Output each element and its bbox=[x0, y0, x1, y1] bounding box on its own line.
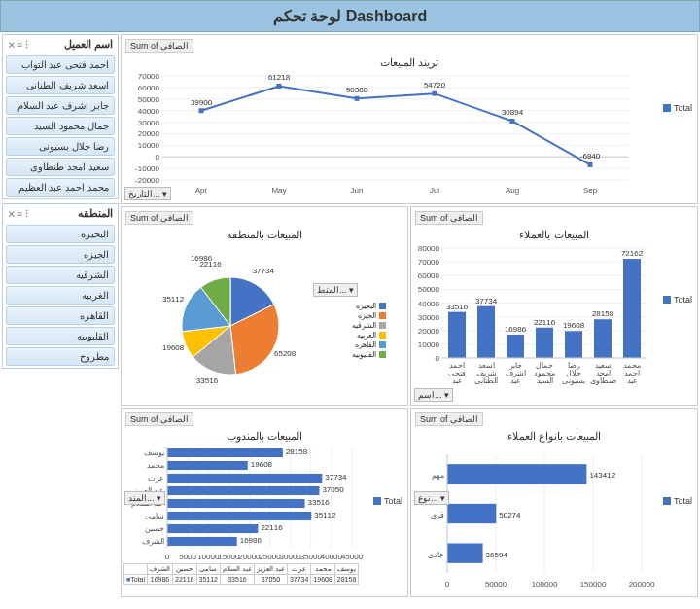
svg-text:عادى: عادى bbox=[428, 551, 444, 559]
slicer-customer-header: اسم العميل bbox=[64, 38, 113, 51]
slicer-region-item[interactable]: الغربيه bbox=[6, 286, 115, 304]
legend-total: Total bbox=[674, 496, 692, 506]
svg-rect-64 bbox=[448, 312, 466, 358]
sum-tag: Sum of الصافى bbox=[125, 39, 193, 53]
legend-total: Total bbox=[384, 496, 402, 506]
slicer-region-header: المنطقه bbox=[78, 207, 113, 220]
svg-text:50000: 50000 bbox=[418, 285, 440, 294]
svg-text:37734: 37734 bbox=[253, 267, 275, 275]
chart-title-type: المبيعات بانواع العملاء bbox=[413, 430, 695, 443]
svg-text:25000: 25000 bbox=[259, 553, 281, 561]
svg-text:45000: 45000 bbox=[341, 553, 364, 561]
svg-text:28158: 28158 bbox=[286, 448, 308, 456]
svg-rect-158 bbox=[447, 504, 496, 523]
slicer-region-item[interactable]: القليوبيه bbox=[6, 327, 115, 345]
svg-text:50000: 50000 bbox=[485, 580, 508, 589]
chart-title-region: المبيعات بالمنطقه bbox=[123, 229, 405, 241]
svg-text:50000: 50000 bbox=[138, 95, 160, 104]
multiselect-icon[interactable]: ⋮≡ bbox=[18, 209, 31, 219]
svg-text:35112: 35112 bbox=[162, 295, 185, 304]
page-title: لوحة تحكم Dashboard bbox=[0, 0, 700, 32]
svg-text:37734: 37734 bbox=[325, 473, 347, 482]
clear-filter-icon[interactable]: ⤫ bbox=[8, 40, 16, 50]
svg-text:33516: 33516 bbox=[446, 303, 469, 311]
svg-text:70000: 70000 bbox=[138, 72, 160, 81]
multiselect-icon[interactable]: ⋮≡ bbox=[18, 40, 31, 50]
svg-text:عبد: عبد bbox=[627, 376, 638, 385]
slicer-region-item[interactable]: البحيره bbox=[6, 225, 115, 243]
svg-text:30000: 30000 bbox=[418, 313, 440, 322]
svg-text:60000: 60000 bbox=[418, 271, 440, 280]
panel-type: Sum of الصافى المبيعات بانواع العملاء 05… bbox=[410, 408, 698, 597]
svg-text:100000: 100000 bbox=[532, 580, 558, 589]
slicer-customer-item[interactable]: اسعد شريف الطنانى bbox=[6, 76, 115, 94]
svg-rect-155 bbox=[447, 464, 586, 484]
svg-text:0: 0 bbox=[165, 553, 170, 561]
svg-text:16986: 16986 bbox=[240, 536, 262, 545]
svg-text:40000: 40000 bbox=[321, 553, 343, 561]
legend-swatch bbox=[663, 104, 671, 112]
svg-text:-20000: -20000 bbox=[135, 176, 159, 185]
svg-text:بسيونى: بسيونى bbox=[562, 376, 585, 385]
svg-text:محمد: محمد bbox=[147, 461, 164, 470]
sum-tag: Sum of الصافى bbox=[415, 211, 483, 225]
svg-text:37734: 37734 bbox=[475, 297, 498, 305]
svg-text:200000: 200000 bbox=[629, 580, 655, 589]
panel-customer: Sum of الصافى المبيعات بالعملاء 01000020… bbox=[410, 206, 698, 406]
svg-text:50388: 50388 bbox=[346, 86, 368, 94]
svg-text:مهم: مهم bbox=[432, 471, 444, 480]
chart-title-rep: المبيعات بالمندوب bbox=[123, 430, 405, 443]
svg-text:19608: 19608 bbox=[162, 343, 185, 352]
type-dropdown[interactable]: نوع... ▾ bbox=[414, 491, 449, 505]
svg-rect-89 bbox=[594, 319, 612, 358]
slicer-region-item[interactable]: الشرقيه bbox=[6, 266, 115, 284]
svg-text:يوسف: يوسف bbox=[144, 448, 164, 457]
panel-rep: Sum of الصافى المبيعات بالمندوب 05000100… bbox=[121, 408, 408, 597]
clear-filter-icon[interactable]: ⤫ bbox=[8, 209, 16, 219]
svg-text:عبد: عبد bbox=[452, 376, 463, 385]
slicer-customer-item[interactable]: رضا جلال بسيونى bbox=[6, 137, 115, 156]
svg-rect-135 bbox=[167, 512, 311, 520]
svg-text:May: May bbox=[271, 186, 286, 195]
svg-rect-69 bbox=[477, 306, 495, 358]
svg-rect-33 bbox=[510, 119, 515, 124]
svg-text:السيد: السيد bbox=[537, 376, 553, 385]
svg-text:39900: 39900 bbox=[191, 98, 213, 107]
legend-swatch bbox=[663, 296, 671, 304]
svg-rect-126 bbox=[167, 474, 322, 483]
slicer-region-item[interactable]: الجيزه bbox=[6, 245, 115, 264]
panel-trend: Sum of الصافى تريند المبيعات -20000-1000… bbox=[121, 34, 698, 204]
date-dropdown[interactable]: التاريخ... ▾ bbox=[124, 187, 171, 200]
svg-rect-132 bbox=[167, 499, 305, 508]
svg-text:20000: 20000 bbox=[238, 553, 261, 561]
svg-text:150000: 150000 bbox=[580, 580, 607, 589]
slicer-customer-item[interactable]: محمد احمد عبد العظيم bbox=[6, 178, 115, 197]
svg-rect-161 bbox=[447, 544, 483, 563]
svg-text:54720: 54720 bbox=[424, 81, 446, 90]
svg-text:22116: 22116 bbox=[261, 523, 283, 532]
svg-text:0: 0 bbox=[436, 354, 440, 363]
svg-text:20000: 20000 bbox=[418, 327, 440, 336]
sidebar: اسم العميل ⋮≡⤫ احمد فتحى عبد التواباسعد … bbox=[2, 34, 119, 607]
svg-text:Sep: Sep bbox=[583, 186, 598, 195]
slicer-region-item[interactable]: مطروح bbox=[6, 347, 115, 366]
slicer-customer-item[interactable]: جمال محمود السيد bbox=[6, 117, 115, 135]
slicer-region-item[interactable]: القاهره bbox=[6, 306, 115, 325]
panel-region: Sum of الصافى المبيعات بالمنطقه 37734652… bbox=[121, 206, 408, 406]
slicer-customer: اسم العميل ⋮≡⤫ احمد فتحى عبد التواباسعد … bbox=[2, 34, 119, 199]
svg-text:28158: 28158 bbox=[592, 309, 614, 318]
region-dropdown[interactable]: المنط... ▾ bbox=[313, 283, 358, 297]
svg-text:50274: 50274 bbox=[499, 511, 521, 519]
svg-rect-138 bbox=[167, 524, 258, 533]
slicer-customer-item[interactable]: احمد فتحى عبد التواب bbox=[6, 55, 115, 74]
name-dropdown[interactable]: اسم... ▾ bbox=[414, 388, 453, 402]
svg-text:الطنانى: الطنانى bbox=[474, 376, 498, 385]
svg-text:143412: 143412 bbox=[589, 471, 615, 480]
svg-text:30000: 30000 bbox=[280, 553, 302, 561]
legend-total: Total bbox=[674, 103, 692, 113]
slicer-customer-item[interactable]: سعيد امجد طنطاوى bbox=[6, 158, 115, 176]
svg-text:عزت: عزت bbox=[148, 474, 164, 483]
rep-dropdown[interactable]: المند... ▾ bbox=[124, 491, 165, 505]
svg-text:70000: 70000 bbox=[418, 258, 440, 267]
slicer-customer-item[interactable]: جابر اشرف عبد السلام bbox=[6, 96, 115, 115]
